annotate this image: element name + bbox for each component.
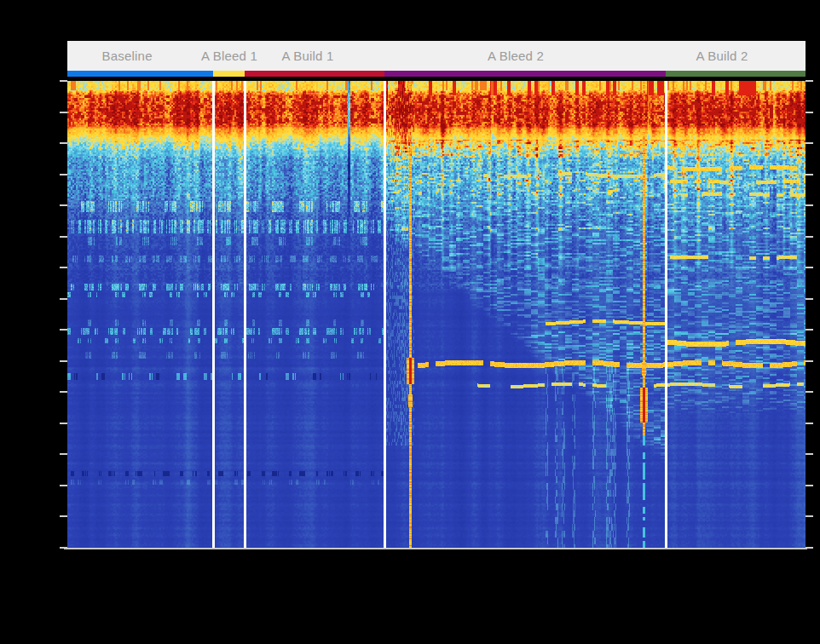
spectrogram-canvas (67, 81, 806, 548)
y-axis-tick-left (60, 142, 67, 144)
phase-bar-segment (245, 71, 384, 77)
y-axis-tick-left (60, 267, 67, 268)
y-axis-tick-right (806, 267, 813, 268)
phase-label-a-build-1: A Build 1 (282, 49, 334, 63)
y-axis-tick-right (806, 329, 813, 331)
phase-label-a-build-2: A Build 2 (696, 49, 748, 63)
y-axis-tick-right (806, 236, 813, 238)
y-axis-tick-right (806, 204, 813, 206)
phase-header: Baseline A Bleed 1 A Build 1 A Bleed 2 A… (67, 41, 806, 77)
phase-color-bar (67, 71, 806, 77)
y-axis-tick-left (60, 391, 67, 393)
y-axis-tick-left (60, 236, 67, 238)
y-axis-tick-right (806, 453, 813, 455)
phase-separator-line (665, 81, 667, 548)
y-axis-tick-left (60, 204, 67, 206)
y-axis-tick-left (60, 485, 67, 486)
y-axis-tick-left (60, 298, 67, 300)
phase-label-baseline: Baseline (102, 49, 153, 63)
phase-bar-segment (213, 71, 245, 77)
y-axis-tick-left (60, 453, 67, 455)
y-axis-tick-right (806, 142, 813, 144)
y-axis-tick-right (806, 298, 813, 300)
y-axis-tick-right (806, 360, 813, 362)
y-axis-tick-right (806, 112, 813, 113)
y-axis-tick-right (806, 80, 813, 82)
y-axis-tick-left (60, 423, 67, 424)
phase-separator-line (212, 81, 215, 548)
y-axis-tick-left (60, 112, 67, 113)
y-axis-tick-right (806, 485, 813, 486)
y-axis-tick-left (60, 174, 67, 175)
phase-bar-segment (666, 71, 806, 77)
phase-label-a-bleed-2: A Bleed 2 (488, 49, 544, 63)
y-axis-tick-right (806, 515, 813, 517)
phase-label-a-bleed-1: A Bleed 1 (201, 49, 257, 63)
phase-separator-line (244, 81, 246, 548)
phase-bar-segment (384, 71, 666, 77)
y-axis-tick-left (60, 515, 67, 517)
phase-bar-segment (67, 71, 213, 77)
y-axis-tick-right (806, 174, 813, 175)
y-axis-tick-left (60, 80, 67, 82)
x-axis-line (64, 548, 807, 549)
y-axis-tick-left (60, 329, 67, 331)
spectrogram-figure: Baseline A Bleed 1 A Build 1 A Bleed 2 A… (0, 0, 820, 644)
phase-separator-line (384, 81, 386, 548)
y-axis-tick-right (806, 423, 813, 424)
y-axis-tick-right (806, 391, 813, 393)
y-axis-tick-left (60, 360, 67, 362)
